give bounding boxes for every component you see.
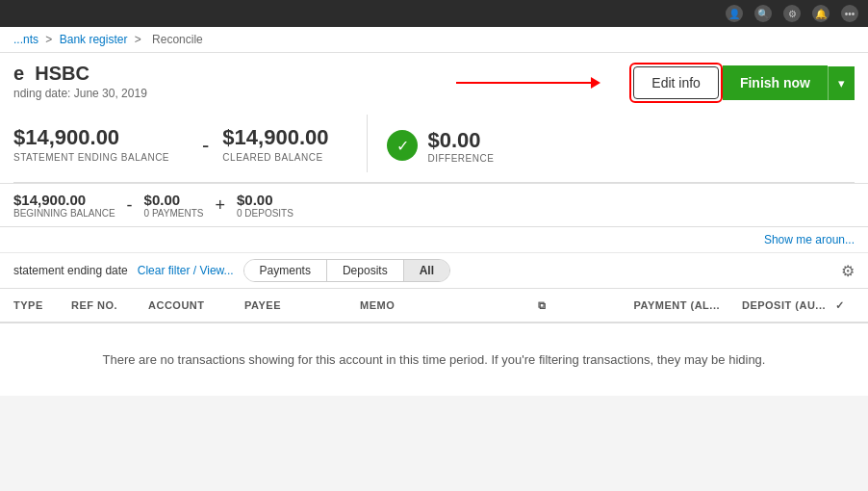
filter-bar: statement ending date Clear filter / Vie… bbox=[0, 253, 868, 289]
deposits-balance: $0.00 0 DEPOSITS bbox=[237, 192, 294, 219]
finish-now-button[interactable]: Finish now bbox=[723, 65, 828, 100]
statement-ending-amount: $14,900.00 bbox=[13, 125, 169, 150]
arrow-head bbox=[591, 77, 600, 89]
account-name: e HSBC bbox=[13, 63, 147, 85]
filter-label: statement ending date bbox=[13, 264, 128, 277]
more-icon[interactable]: ••• bbox=[841, 5, 858, 22]
account-info: e HSBC nding date: June 30, 2019 bbox=[13, 63, 147, 100]
plus-operator: + bbox=[203, 195, 237, 216]
vertical-divider bbox=[367, 115, 368, 172]
statement-ending-label: STATEMENT ENDING BALANCE bbox=[13, 152, 169, 163]
arrow-line bbox=[456, 82, 591, 84]
check-circle-icon: ✓ bbox=[387, 130, 418, 161]
gear-icon[interactable]: ⚙ bbox=[783, 5, 801, 22]
show-more-bar: Show me aroun... bbox=[0, 227, 868, 253]
beginning-balance: $14,900.00 BEGINNING BALANCE bbox=[13, 192, 115, 219]
tab-payments[interactable]: Payments bbox=[244, 260, 327, 281]
finish-now-dropdown[interactable]: ▾ bbox=[828, 66, 855, 100]
col-payee-header: PAYEE bbox=[244, 299, 360, 311]
cleared-label: CLEARED BALANCE bbox=[222, 152, 328, 163]
table-empty-message: There are no transactions showing for th… bbox=[0, 323, 868, 396]
breadcrumb-sep2: > bbox=[135, 33, 144, 46]
col-deposit-header: DEPOSIT (AU... bbox=[720, 299, 826, 311]
table-settings-gear[interactable]: ⚙ bbox=[841, 262, 855, 280]
difference-amount: $0.00 bbox=[427, 128, 494, 153]
payments-label: 0 PAYMENTS bbox=[144, 208, 204, 219]
transactions-table: TYPE REF NO. ACCOUNT PAYEE MEMO ⧉ PAYMEN… bbox=[0, 289, 868, 396]
header-section: e HSBC nding date: June 30, 2019 Edit in… bbox=[0, 53, 868, 184]
cleared-amount: $14,900.00 bbox=[222, 125, 328, 150]
edit-info-button[interactable]: Edit info bbox=[633, 66, 719, 99]
show-me-around-link[interactable]: Show me aroun... bbox=[764, 233, 855, 246]
col-memo-header: MEMO bbox=[360, 299, 533, 311]
account-prefix: e bbox=[13, 63, 24, 84]
col-check-header: ✓ bbox=[826, 299, 855, 312]
col-payment-header: PAYMENT (AL... bbox=[614, 299, 720, 311]
copy-icon: ⧉ bbox=[533, 297, 550, 314]
header-actions: Edit info Finish now ▾ bbox=[629, 63, 855, 103]
col-spacer: ⧉ bbox=[533, 297, 614, 314]
deposits-amount: $0.00 bbox=[237, 192, 294, 208]
breadcrumb: ...nts > Bank register > Reconcile bbox=[0, 27, 868, 53]
table-header: TYPE REF NO. ACCOUNT PAYEE MEMO ⧉ PAYMEN… bbox=[0, 289, 868, 323]
col-type-header: TYPE bbox=[13, 299, 71, 311]
account-title: HSBC bbox=[35, 63, 89, 84]
difference-label: DIFFERENCE bbox=[427, 153, 494, 164]
minus-operator-2: - bbox=[115, 195, 144, 216]
beginning-balance-amount: $14,900.00 bbox=[13, 192, 115, 208]
search-icon[interactable]: 🔍 bbox=[754, 5, 772, 22]
difference-info: $0.00 DIFFERENCE bbox=[427, 128, 494, 164]
cleared-balance: $14,900.00 CLEARED BALANCE bbox=[222, 125, 347, 163]
payments-balance: $0.00 0 PAYMENTS bbox=[144, 192, 204, 219]
user-icon[interactable]: 👤 bbox=[726, 5, 743, 22]
statement-ending-balance: $14,900.00 STATEMENT ENDING BALANCE bbox=[13, 125, 189, 163]
col-account-header: ACCOUNT bbox=[148, 299, 244, 311]
ending-date: nding date: June 30, 2019 bbox=[13, 87, 147, 100]
top-nav: 👤 🔍 ⚙ 🔔 ••• bbox=[0, 0, 868, 27]
bell-icon[interactable]: 🔔 bbox=[812, 5, 830, 22]
chevron-down-icon: ▾ bbox=[838, 76, 845, 90]
edit-info-highlight: Edit info bbox=[629, 63, 723, 103]
minus-operator-1: - bbox=[189, 133, 222, 158]
balances-left: $14,900.00 STATEMENT ENDING BALANCE - $1… bbox=[13, 115, 855, 172]
balances-section: $14,900.00 STATEMENT ENDING BALANCE - $1… bbox=[13, 115, 855, 183]
difference-block: ✓ $0.00 DIFFERENCE bbox=[387, 124, 494, 164]
breadcrumb-current: Reconcile bbox=[152, 33, 203, 46]
tab-group: Payments Deposits All bbox=[243, 259, 450, 282]
payments-amount: $0.00 bbox=[144, 192, 204, 208]
tab-deposits[interactable]: Deposits bbox=[327, 260, 404, 281]
beginning-balance-label: BEGINNING BALANCE bbox=[13, 208, 115, 219]
clear-filter-link[interactable]: Clear filter / View... bbox=[138, 264, 234, 277]
tab-all[interactable]: All bbox=[404, 260, 449, 281]
breadcrumb-bank-register[interactable]: Bank register bbox=[60, 33, 128, 46]
deposits-label: 0 DEPOSITS bbox=[237, 208, 294, 219]
sub-balances-section: $14,900.00 BEGINNING BALANCE - $0.00 0 P… bbox=[0, 184, 868, 227]
arrow-indicator bbox=[456, 77, 600, 89]
breadcrumb-accounts[interactable]: ...nts bbox=[13, 33, 38, 46]
col-refno-header: REF NO. bbox=[71, 299, 148, 311]
breadcrumb-sep1: > bbox=[45, 33, 55, 46]
